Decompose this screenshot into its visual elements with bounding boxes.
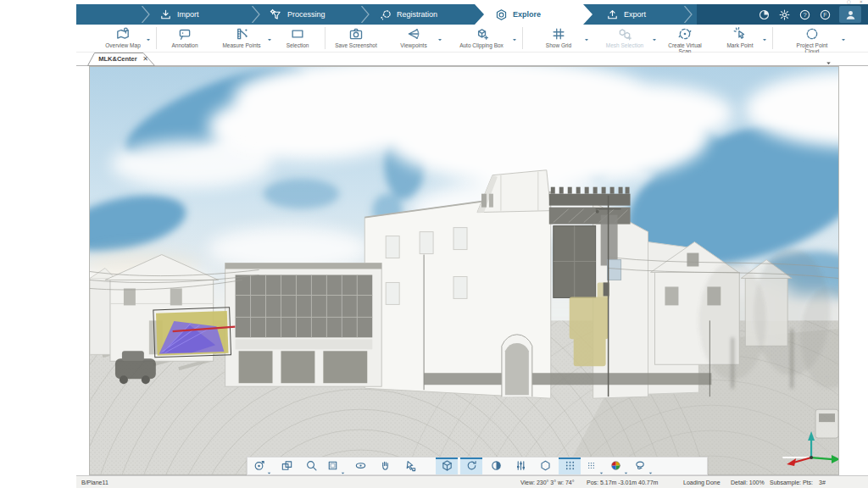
selected-plane-b-plane11[interactable] [153, 308, 236, 358]
toolbar-separator [325, 27, 326, 49]
chevron-down-icon[interactable] [340, 464, 346, 470]
toolbar-measure-points-button[interactable]: Measure Points [209, 25, 274, 52]
zoom-button[interactable] [300, 458, 322, 474]
lasso-button[interactable] [632, 458, 654, 474]
tab-overflow-chevron-down-icon[interactable] [825, 55, 832, 63]
chevron-down-icon[interactable] [840, 31, 847, 38]
toolbar-save-screenshot-button[interactable]: Save Screenshot [329, 25, 383, 52]
ribbon-tab-import[interactable]: Import [146, 4, 256, 25]
grid-icon [551, 26, 566, 42]
view-3d-button[interactable] [436, 458, 458, 474]
chevron-down-icon[interactable] [145, 31, 152, 38]
contrast-button[interactable] [485, 458, 507, 474]
explore-icon [495, 8, 508, 21]
toolbar-button-label: Measure Points [222, 42, 260, 48]
hexagon-icon [539, 459, 552, 475]
toolbar-viewpoints-button[interactable]: Viewpoints [383, 25, 444, 52]
svg-text:?: ? [803, 11, 806, 19]
ribbon-tab-processing[interactable]: Processing [256, 4, 365, 25]
grab-hand-icon [379, 459, 392, 475]
magnifier-icon [305, 459, 318, 475]
point-size-button[interactable] [583, 458, 605, 474]
chevron-down-icon[interactable] [266, 464, 272, 470]
pick-button[interactable] [398, 458, 420, 474]
toolbar-button-label: Overview Map [105, 42, 141, 48]
color-mode-button[interactable] [608, 458, 630, 474]
ribbon-tab-label: Explore [513, 10, 541, 19]
zoom-box-button[interactable] [325, 458, 347, 474]
fly-button[interactable] [349, 458, 371, 474]
document-tab-mlkcenter[interactable]: MLK&Center ✕ [87, 53, 155, 66]
status-subsample-value: 3# [819, 480, 826, 485]
point-density-button[interactable] [559, 458, 581, 474]
chevron-down-icon[interactable] [511, 31, 518, 38]
chevron-down-icon[interactable] [598, 464, 604, 470]
toolbar-button-label: Auto Clipping Box [459, 42, 504, 48]
faro-icon[interactable]: F [819, 8, 832, 21]
processing-icon [270, 8, 282, 21]
clipping-box-icon [474, 26, 489, 42]
pan-button[interactable] [275, 458, 298, 474]
svg-text:F: F [823, 12, 826, 18]
ribbon-bar: ImportProcessingRegistrationExploreExpor… [76, 4, 868, 25]
ribbon-tab-label: Registration [397, 10, 437, 19]
ribbon-tab-label: Import [177, 10, 199, 19]
chevron-down-icon[interactable] [437, 31, 443, 38]
toolbar-mark-point-button[interactable]: Mark Point [711, 25, 769, 52]
viewport-scene [90, 67, 838, 474]
tab-close-icon[interactable]: ✕ [142, 55, 148, 63]
toolbar-selection-button[interactable]: Selection [274, 25, 321, 52]
sliders-icon [515, 459, 527, 475]
status-subsample-label: Subsample: Pts: [770, 480, 813, 485]
display-settings-button[interactable] [509, 458, 531, 474]
overview-map-icon [115, 26, 131, 42]
toolbar-button-label: Save Screenshot [335, 42, 377, 48]
scan-bounds-button[interactable] [534, 458, 556, 474]
chevron-down-icon[interactable] [651, 31, 658, 38]
color-wheel-icon [609, 459, 622, 475]
ribbon-tab-export[interactable]: Export [593, 4, 697, 25]
status-selection: B/Plane11 [81, 480, 108, 485]
virtual-scan-icon [677, 26, 693, 42]
ribbon-tab-explore[interactable]: Explore [475, 4, 593, 25]
toolbar-overview-map-button[interactable]: Overview Map [93, 25, 153, 52]
cube-icon [441, 459, 453, 475]
rotate-view-button[interactable] [460, 458, 482, 474]
toolbar-button-label: Selection [287, 42, 309, 48]
dots-grid-small-icon [585, 459, 598, 475]
toolbar-auto-clipping-box-button[interactable]: Auto Clipping Box [444, 25, 519, 52]
toolbar-button-label: Show Grid [546, 42, 571, 48]
chevron-down-icon[interactable] [583, 31, 590, 38]
main-toolbar: Overview MapAnnotationMeasure PointsSele… [76, 25, 868, 53]
selection-icon [290, 26, 305, 42]
sync-icon[interactable] [758, 8, 771, 21]
toolbar-separator [772, 27, 773, 49]
mesh-selection-icon [617, 26, 632, 42]
fly-icon [354, 459, 367, 475]
chevron-down-icon[interactable] [761, 31, 768, 38]
grab-button[interactable] [374, 458, 396, 474]
view-navigation-toolbar [247, 457, 708, 475]
chevron-down-icon[interactable] [266, 31, 273, 38]
annotation-icon [177, 26, 192, 42]
toolbar-annotation-button[interactable]: Annotation [160, 25, 209, 52]
ribbon-tab-registration[interactable]: Registration [365, 4, 475, 25]
left-storefront [225, 263, 382, 387]
document-tab-strip: MLK&Center ✕ [76, 53, 868, 66]
toolbar-show-grid-button[interactable]: Show Grid [526, 25, 591, 52]
settings-icon[interactable] [778, 8, 791, 21]
vehicle-right [815, 409, 838, 438]
toolbar-button-label: Mesh Selection [606, 42, 643, 48]
orbit-button[interactable] [251, 458, 273, 474]
toolbar-create-virtual-scan-button[interactable]: Create Virtual Scan [659, 25, 711, 52]
chevron-down-icon[interactable] [648, 464, 654, 470]
rotate-icon [465, 459, 478, 475]
camera-icon [348, 26, 364, 42]
orbit-icon [253, 459, 265, 475]
toolbar-project-point-cloud-button[interactable]: Project Point Cloud [776, 25, 848, 52]
toolbar-separator [522, 27, 523, 49]
user-icon[interactable] [839, 6, 861, 23]
point-cloud-viewport[interactable] [89, 66, 839, 475]
chevron-down-icon[interactable] [623, 464, 629, 470]
help-icon[interactable]: ? [798, 8, 811, 21]
